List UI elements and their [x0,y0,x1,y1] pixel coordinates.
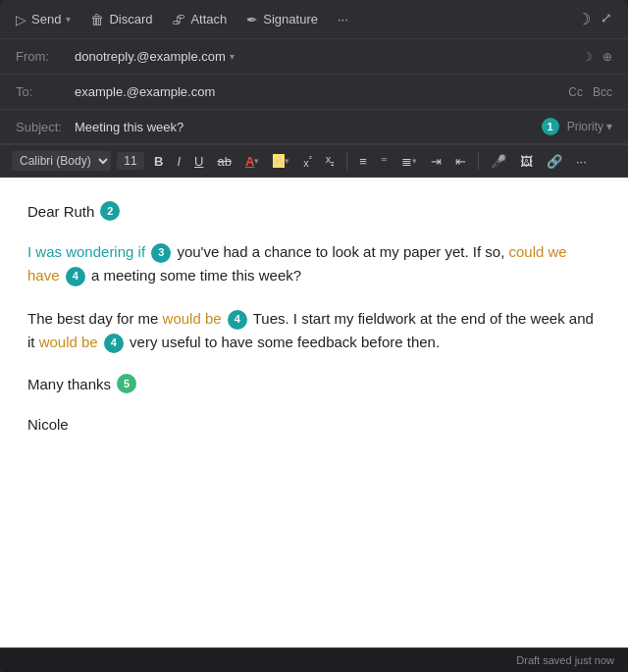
paragraph-2: The best day for me would be 4 Tues. I s… [27,307,601,354]
more-button[interactable]: ··· [338,12,348,26]
signature-line: Nicole [27,413,601,437]
para1-normal-2: a meeting some time this week? [91,267,301,284]
bold-button[interactable]: B [150,152,167,171]
more-format-button[interactable]: ··· [572,152,591,171]
bullet-list-button[interactable]: ≡ [355,152,371,171]
attach-button[interactable]: 🖇 Attach [172,12,227,27]
to-row: To: example.@example.com Cc Bcc [0,75,628,110]
ordered-list-button[interactable]: ⁼ [377,152,392,171]
from-value[interactable]: donotreply.@example.com ▾ [75,49,582,64]
para1-badge-4: 4 [66,267,85,286]
subject-badge: 1 [542,118,559,135]
email-compose-window: ▷ Send ▾ 🗑 Discard 🖇 Attach ✒ Signature … [0,0,628,672]
para2-badge-4a: 4 [228,310,247,330]
from-label: From: [16,49,75,64]
superscript-button[interactable]: x² [299,152,316,171]
para2-badge-4b: 4 [104,334,124,353]
subject-row: Subject: 1 Priority ▾ [0,110,628,144]
salutation-badge: 2 [100,201,120,221]
para2-yellow-1: would be [163,310,222,327]
status-bar: Draft saved just now [0,647,628,672]
font-family-select[interactable]: Calibri (Body) [12,151,111,171]
para2-normal-3: very useful to have some feedback before… [130,334,440,350]
email-headers: From: donotreply.@example.com ▾ ☽ ⊕ To: … [0,39,628,145]
bcc-button[interactable]: Bcc [593,85,612,99]
to-label: To: [16,84,75,99]
link-icon: 🔗 [547,154,562,169]
para2-normal-1: The best day for me [27,310,158,327]
image-button[interactable]: 🖼 [516,152,537,171]
paragraph-1: I was wondering if 3 you've had a chance… [27,240,601,287]
highlight-button[interactable]: A ▾ [269,152,293,170]
font-color-chevron-icon: ▾ [254,156,259,166]
format-toolbar: Calibri (Body) B I U ab A ▾ A ▾ x² x₂ ≡ … [0,145,628,178]
many-thanks-badge: 5 [117,374,136,393]
draft-saved-status: Draft saved just now [516,654,614,666]
mic-icon: 🎤 [491,154,506,169]
signature-button[interactable]: ✒ Signature [246,12,318,27]
highlight-icon: A [273,154,285,168]
email-body[interactable]: Dear Ruth 2 I was wondering if 3 you've … [0,178,628,647]
align-button[interactable]: ≣▾ [397,152,421,171]
strikethrough-label: ab [217,154,231,169]
header-right-icons: ☽ ⊕ [582,50,612,64]
pen-icon: ✒ [246,12,258,27]
separator-2 [478,152,479,170]
subject-label: Subject: [16,120,75,134]
moon-icon: ☽ [577,10,591,28]
send-button[interactable]: ▷ Send ▾ [16,12,71,27]
moon-small-icon: ☽ [582,50,593,64]
trash-icon: 🗑 [90,12,104,27]
salutation-line: Dear Ruth 2 [27,201,601,221]
mic-button[interactable]: 🎤 [487,152,510,171]
underline-button[interactable]: U [190,152,207,171]
paperclip-icon: 🖇 [172,12,185,27]
cc-button[interactable]: Cc [568,85,583,99]
priority-chevron-icon: ▾ [606,120,612,133]
expand-icon[interactable]: ⤢ [601,10,612,28]
address-book-icon[interactable]: ⊕ [602,50,612,64]
to-value[interactable]: example.@example.com [75,84,568,99]
italic-button[interactable]: I [173,152,184,171]
compose-toolbar: ▷ Send ▾ 🗑 Discard 🖇 Attach ✒ Signature … [0,0,628,39]
para1-teal-text: I was wondering if [27,243,145,260]
link-button[interactable]: 🔗 [543,152,566,171]
cc-bcc-buttons: Cc Bcc [568,85,612,99]
many-thanks-line: Many thanks 5 [27,374,601,393]
from-row: From: donotreply.@example.com ▾ ☽ ⊕ [0,39,628,75]
subject-input[interactable] [75,120,538,134]
font-size-input[interactable] [117,152,144,170]
send-icon: ▷ [16,12,26,27]
para2-yellow-2: would be [39,334,98,350]
strikethrough-button[interactable]: ab [213,152,235,171]
font-color-icon: A [245,154,254,169]
highlight-chevron-icon: ▾ [285,156,289,166]
separator-1 [346,152,347,170]
subscript-button[interactable]: x₂ [322,151,340,170]
outdent-button[interactable]: ⇤ [451,152,470,171]
para1-normal-1: you've had a chance to look at my paper … [177,243,504,260]
priority-button[interactable]: Priority ▾ [567,120,612,133]
para1-badge-3: 3 [151,243,171,263]
indent-button[interactable]: ⇥ [427,152,445,171]
font-color-button[interactable]: A ▾ [241,152,263,171]
image-icon: 🖼 [520,154,533,169]
from-chevron-icon: ▾ [230,51,235,62]
send-chevron-icon: ▾ [66,14,71,25]
discard-button[interactable]: 🗑 Discard [90,12,152,27]
